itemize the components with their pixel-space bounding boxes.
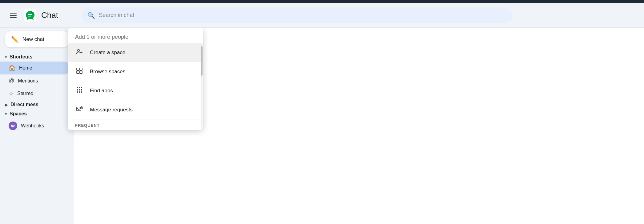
main-layout: ✏️ New chat ▾ Shortcuts 🏠 Home @ Mention… bbox=[0, 28, 644, 224]
new-chat-icon: ✏️ bbox=[11, 36, 19, 43]
sidebar-item-home[interactable]: 🏠 Home bbox=[0, 62, 70, 74]
find-apps-icon bbox=[75, 86, 84, 95]
spaces-label: Spaces bbox=[10, 111, 27, 117]
header-left: Chat bbox=[7, 9, 75, 22]
dropdown-search-area[interactable] bbox=[68, 28, 203, 43]
dropdown-item-browse-spaces[interactable]: Browse spaces bbox=[68, 62, 203, 81]
sidebar: ✏️ New chat ▾ Shortcuts 🏠 Home @ Mention… bbox=[0, 28, 74, 224]
top-bar bbox=[0, 0, 644, 3]
dropdown-item-find-apps[interactable]: Find apps bbox=[68, 81, 203, 100]
svg-rect-14 bbox=[77, 89, 78, 90]
search-icon: 🔍 bbox=[87, 12, 95, 19]
svg-point-23 bbox=[81, 108, 82, 109]
app-logo bbox=[24, 9, 36, 22]
search-bar[interactable]: 🔍 Search in chat bbox=[81, 7, 512, 23]
direct-messages-section-header[interactable]: ▶ Direct mess bbox=[0, 100, 74, 109]
sidebar-item-webhooks[interactable]: W Webhooks bbox=[0, 118, 74, 133]
shortcuts-label: Shortcuts bbox=[10, 54, 33, 60]
direct-messages-arrow: ▶ bbox=[5, 102, 8, 107]
sidebar-item-home-label: Home bbox=[19, 65, 32, 71]
browse-spaces-icon bbox=[75, 67, 84, 76]
svg-rect-18 bbox=[79, 91, 80, 93]
sidebar-item-mentions[interactable]: @ Mentions bbox=[0, 74, 70, 87]
new-chat-dropdown: Create a space Browse spaces bbox=[68, 28, 203, 130]
svg-rect-12 bbox=[79, 87, 80, 88]
svg-rect-11 bbox=[77, 87, 78, 88]
message-requests-label: Message requests bbox=[90, 107, 133, 113]
scrollbar-thumb bbox=[201, 46, 203, 76]
svg-rect-10 bbox=[80, 71, 82, 74]
webhooks-avatar: W bbox=[9, 122, 17, 130]
create-space-icon bbox=[75, 48, 84, 57]
search-placeholder: Search in chat bbox=[99, 12, 134, 18]
svg-rect-2 bbox=[28, 16, 31, 17]
find-apps-label: Find apps bbox=[90, 88, 113, 94]
new-chat-button[interactable]: ✏️ New chat bbox=[5, 31, 69, 47]
hamburger-menu-icon[interactable] bbox=[7, 10, 19, 20]
shortcuts-arrow: ▾ bbox=[5, 55, 7, 59]
svg-rect-15 bbox=[79, 89, 80, 90]
dropdown-item-message-requests[interactable]: Message requests bbox=[68, 100, 203, 119]
dropdown-item-create-space[interactable]: Create a space bbox=[68, 43, 203, 62]
svg-rect-9 bbox=[77, 71, 79, 74]
svg-rect-16 bbox=[81, 89, 82, 90]
svg-rect-1 bbox=[28, 14, 32, 15]
starred-icon: ☆ bbox=[9, 90, 14, 97]
webhooks-label: Webhooks bbox=[21, 123, 44, 129]
spaces-section-header[interactable]: ▾ Spaces bbox=[0, 109, 74, 118]
svg-rect-8 bbox=[80, 68, 82, 70]
shortcuts-section-header[interactable]: ▾ Shortcuts bbox=[0, 52, 74, 62]
svg-rect-19 bbox=[81, 91, 82, 93]
app-title: Chat bbox=[41, 10, 58, 20]
home-icon: 🏠 bbox=[9, 65, 15, 71]
svg-point-3 bbox=[78, 50, 80, 52]
header: Chat 🔍 Search in chat bbox=[0, 3, 644, 28]
svg-rect-17 bbox=[77, 91, 78, 93]
browse-spaces-label: Browse spaces bbox=[90, 69, 125, 75]
mentions-icon: @ bbox=[9, 78, 14, 84]
scrollbar-track bbox=[201, 46, 203, 130]
direct-messages-label: Direct mess bbox=[10, 102, 38, 107]
dropdown-scrollbar[interactable] bbox=[201, 46, 203, 130]
svg-rect-13 bbox=[81, 87, 82, 88]
dropdown-search-input[interactable] bbox=[75, 34, 196, 40]
sidebar-item-starred-label: Starred bbox=[17, 91, 33, 96]
frequent-label: FREQUENT bbox=[68, 119, 203, 130]
sidebar-item-starred[interactable]: ☆ Starred bbox=[0, 87, 70, 100]
new-chat-label: New chat bbox=[22, 36, 44, 42]
message-requests-icon bbox=[75, 105, 84, 114]
svg-rect-7 bbox=[77, 68, 79, 70]
sidebar-item-mentions-label: Mentions bbox=[18, 78, 38, 84]
spaces-arrow: ▾ bbox=[5, 112, 7, 116]
create-space-label: Create a space bbox=[90, 50, 125, 56]
